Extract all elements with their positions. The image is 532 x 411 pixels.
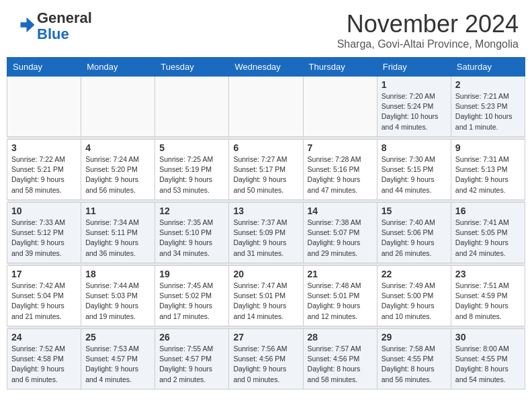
title-block: November 2024 Sharga, Govi-Altai Provinc… [337, 10, 519, 50]
day-info: Sunrise: 7:56 AM Sunset: 4:56 PM Dayligh… [233, 344, 298, 385]
calendar-day-cell: 12Sunrise: 7:35 AM Sunset: 5:10 PM Dayli… [155, 203, 229, 263]
logo-line1: General [37, 10, 92, 26]
day-number: 1 [382, 79, 447, 90]
day-number: 28 [308, 332, 373, 342]
calendar-day-cell: 29Sunrise: 7:58 AM Sunset: 4:55 PM Dayli… [377, 329, 451, 390]
day-info: Sunrise: 7:44 AM Sunset: 5:03 PM Dayligh… [85, 281, 150, 322]
day-number: 16 [455, 205, 521, 216]
day-number: 2 [455, 79, 521, 90]
day-info: Sunrise: 7:41 AM Sunset: 5:05 PM Dayligh… [455, 218, 521, 259]
day-info: Sunrise: 7:40 AM Sunset: 5:06 PM Dayligh… [382, 218, 447, 259]
day-number: 4 [85, 142, 150, 153]
calendar-week-row: 3Sunrise: 7:22 AM Sunset: 5:21 PM Daylig… [7, 140, 525, 200]
day-info: Sunrise: 7:30 AM Sunset: 5:15 PM Dayligh… [382, 154, 447, 195]
calendar-day-cell: 11Sunrise: 7:34 AM Sunset: 5:11 PM Dayli… [81, 203, 155, 263]
calendar-day-cell: 7Sunrise: 7:28 AM Sunset: 5:16 PM Daylig… [303, 140, 377, 200]
day-info: Sunrise: 7:57 AM Sunset: 4:56 PM Dayligh… [308, 344, 373, 385]
day-info: Sunrise: 7:28 AM Sunset: 5:16 PM Dayligh… [308, 154, 373, 195]
day-number: 29 [382, 332, 447, 342]
col-header-wednesday: Wednesday [229, 58, 303, 77]
day-info: Sunrise: 7:38 AM Sunset: 5:07 PM Dayligh… [308, 218, 373, 259]
day-info: Sunrise: 7:55 AM Sunset: 4:57 PM Dayligh… [159, 344, 224, 385]
day-number: 7 [308, 142, 373, 153]
calendar-day-cell: 22Sunrise: 7:49 AM Sunset: 5:00 PM Dayli… [377, 266, 451, 326]
day-info: Sunrise: 7:52 AM Sunset: 4:58 PM Dayligh… [11, 344, 77, 385]
day-number: 20 [233, 269, 298, 279]
day-info: Sunrise: 7:58 AM Sunset: 4:55 PM Dayligh… [382, 344, 447, 385]
day-info: Sunrise: 7:42 AM Sunset: 5:04 PM Dayligh… [11, 281, 77, 322]
day-info: Sunrise: 7:35 AM Sunset: 5:10 PM Dayligh… [159, 218, 224, 259]
day-info: Sunrise: 7:49 AM Sunset: 5:00 PM Dayligh… [382, 281, 447, 322]
day-number: 14 [308, 205, 373, 216]
calendar-day-cell [155, 77, 229, 137]
calendar-day-cell: 18Sunrise: 7:44 AM Sunset: 5:03 PM Dayli… [81, 266, 155, 326]
calendar-day-cell: 16Sunrise: 7:41 AM Sunset: 5:05 PM Dayli… [451, 203, 525, 263]
calendar-day-cell: 30Sunrise: 8:00 AM Sunset: 4:55 PM Dayli… [451, 329, 525, 390]
day-number: 21 [308, 269, 373, 279]
day-info: Sunrise: 7:48 AM Sunset: 5:01 PM Dayligh… [308, 281, 373, 322]
calendar-table: SundayMondayTuesdayWednesdayThursdayFrid… [7, 57, 525, 390]
day-number: 26 [159, 332, 224, 342]
col-header-friday: Friday [377, 58, 451, 77]
logo-line2: Blue [37, 26, 92, 42]
day-info: Sunrise: 7:45 AM Sunset: 5:02 PM Dayligh… [159, 281, 224, 322]
calendar-day-cell: 23Sunrise: 7:51 AM Sunset: 4:59 PM Dayli… [451, 266, 525, 326]
calendar-day-cell: 3Sunrise: 7:22 AM Sunset: 5:21 PM Daylig… [7, 140, 81, 200]
calendar-day-cell: 15Sunrise: 7:40 AM Sunset: 5:06 PM Dayli… [377, 203, 451, 263]
calendar-day-cell: 6Sunrise: 7:27 AM Sunset: 5:17 PM Daylig… [229, 140, 303, 200]
calendar-day-cell: 2Sunrise: 7:21 AM Sunset: 5:23 PM Daylig… [451, 77, 525, 137]
calendar-day-cell: 4Sunrise: 7:24 AM Sunset: 5:20 PM Daylig… [81, 140, 155, 200]
calendar-day-cell [303, 77, 377, 137]
location-subtitle: Sharga, Govi-Altai Province, Mongolia [337, 38, 519, 50]
month-year-title: November 2024 [337, 10, 519, 38]
calendar-day-cell [229, 77, 303, 137]
day-number: 25 [85, 332, 150, 342]
calendar-day-cell: 20Sunrise: 7:47 AM Sunset: 5:01 PM Dayli… [229, 266, 303, 326]
day-number: 12 [159, 205, 224, 216]
calendar-day-cell: 19Sunrise: 7:45 AM Sunset: 5:02 PM Dayli… [155, 266, 229, 326]
calendar-day-cell: 26Sunrise: 7:55 AM Sunset: 4:57 PM Dayli… [155, 329, 229, 390]
calendar-day-cell: 21Sunrise: 7:48 AM Sunset: 5:01 PM Dayli… [303, 266, 377, 326]
day-info: Sunrise: 7:34 AM Sunset: 5:11 PM Dayligh… [85, 218, 150, 259]
calendar-day-cell: 28Sunrise: 7:57 AM Sunset: 4:56 PM Dayli… [303, 329, 377, 390]
day-number: 3 [11, 142, 77, 153]
calendar-day-cell: 1Sunrise: 7:20 AM Sunset: 5:24 PM Daylig… [377, 77, 451, 137]
col-header-saturday: Saturday [451, 58, 525, 77]
col-header-tuesday: Tuesday [155, 58, 229, 77]
calendar-day-cell: 8Sunrise: 7:30 AM Sunset: 5:15 PM Daylig… [377, 140, 451, 200]
calendar-day-cell: 25Sunrise: 7:53 AM Sunset: 4:57 PM Dayli… [81, 329, 155, 390]
calendar-week-row: 10Sunrise: 7:33 AM Sunset: 5:12 PM Dayli… [7, 203, 525, 263]
day-info: Sunrise: 7:53 AM Sunset: 4:57 PM Dayligh… [85, 344, 150, 385]
svg-marker-0 [21, 17, 35, 33]
calendar-day-cell [7, 77, 81, 137]
day-number: 6 [233, 142, 298, 153]
calendar-header-row: SundayMondayTuesdayWednesdayThursdayFrid… [7, 58, 525, 77]
day-info: Sunrise: 7:51 AM Sunset: 4:59 PM Dayligh… [455, 281, 521, 322]
day-info: Sunrise: 7:27 AM Sunset: 5:17 PM Dayligh… [233, 154, 298, 195]
day-info: Sunrise: 7:47 AM Sunset: 5:01 PM Dayligh… [233, 281, 298, 322]
day-info: Sunrise: 7:25 AM Sunset: 5:19 PM Dayligh… [159, 154, 224, 195]
day-number: 23 [455, 269, 521, 279]
calendar-day-cell [81, 77, 155, 137]
calendar-day-cell: 9Sunrise: 7:31 AM Sunset: 5:13 PM Daylig… [451, 140, 525, 200]
day-number: 11 [85, 205, 150, 216]
day-number: 19 [159, 269, 224, 279]
col-header-sunday: Sunday [7, 58, 81, 77]
day-info: Sunrise: 7:21 AM Sunset: 5:23 PM Dayligh… [455, 91, 521, 132]
calendar-week-row: 24Sunrise: 7:52 AM Sunset: 4:58 PM Dayli… [7, 329, 525, 390]
day-number: 17 [11, 269, 77, 279]
day-info: Sunrise: 7:33 AM Sunset: 5:12 PM Dayligh… [11, 218, 77, 259]
calendar-week-row: 17Sunrise: 7:42 AM Sunset: 5:04 PM Dayli… [7, 266, 525, 326]
day-info: Sunrise: 7:31 AM Sunset: 5:13 PM Dayligh… [455, 154, 521, 195]
day-info: Sunrise: 8:00 AM Sunset: 4:55 PM Dayligh… [455, 344, 521, 385]
calendar-day-cell: 24Sunrise: 7:52 AM Sunset: 4:58 PM Dayli… [7, 329, 81, 390]
logo: General Blue [13, 10, 92, 42]
day-info: Sunrise: 7:24 AM Sunset: 5:20 PM Dayligh… [85, 154, 150, 195]
day-number: 13 [233, 205, 298, 216]
day-number: 18 [85, 269, 150, 279]
calendar-week-row: 1Sunrise: 7:20 AM Sunset: 5:24 PM Daylig… [7, 77, 525, 137]
calendar-day-cell: 17Sunrise: 7:42 AM Sunset: 5:04 PM Dayli… [7, 266, 81, 326]
day-info: Sunrise: 7:37 AM Sunset: 5:09 PM Dayligh… [233, 218, 298, 259]
calendar-day-cell: 27Sunrise: 7:56 AM Sunset: 4:56 PM Dayli… [229, 329, 303, 390]
col-header-thursday: Thursday [303, 58, 377, 77]
